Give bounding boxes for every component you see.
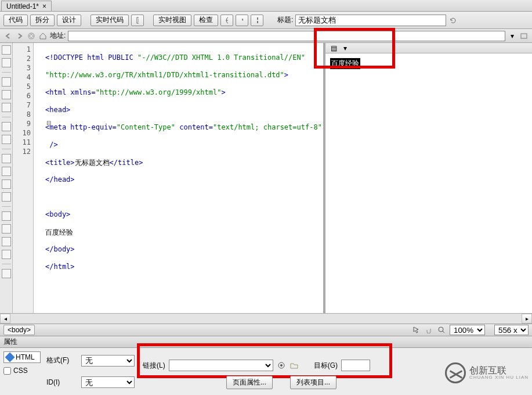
- target-input[interactable]: [341, 360, 370, 371]
- gutter-tool-4[interactable]: [2, 90, 11, 99]
- forward-icon[interactable]: [15, 31, 24, 41]
- tab-strip: Untitled-1* ×: [0, 0, 532, 12]
- id-select[interactable]: 无: [81, 376, 135, 388]
- code-button[interactable]: 代码: [3, 15, 28, 26]
- zoom-select[interactable]: 100%: [450, 325, 485, 335]
- title-label: 标题:: [277, 15, 293, 25]
- format-select[interactable]: 无: [81, 355, 135, 367]
- live-code-options-icon[interactable]: [131, 15, 144, 26]
- svg-rect-7: [521, 34, 527, 38]
- back-icon[interactable]: [3, 31, 13, 41]
- preview-selected-text[interactable]: 百度经验: [330, 58, 360, 69]
- gutter-tool-11[interactable]: [2, 192, 11, 202]
- gutter-tool-3[interactable]: [2, 77, 11, 87]
- gutter-tool-7[interactable]: [2, 135, 11, 144]
- main-area: 123 456 789 101112 ⊟ <!DOCTYPE html PUBL…: [0, 43, 532, 313]
- stop-icon[interactable]: [27, 31, 36, 41]
- svg-point-10: [280, 364, 283, 367]
- gutter-tool-15[interactable]: [2, 250, 11, 259]
- reload-title-icon[interactable]: [448, 16, 458, 25]
- page-properties-button[interactable]: 页面属性...: [226, 376, 273, 389]
- browse-folder-icon[interactable]: [289, 361, 299, 370]
- gutter-tool-2[interactable]: [2, 58, 11, 67]
- svg-rect-4: [257, 21, 258, 23]
- gutter-tool-9[interactable]: [2, 167, 11, 176]
- preview-menu-icon[interactable]: ▤: [329, 44, 338, 53]
- title-input[interactable]: [295, 15, 446, 26]
- gutter-tool-10[interactable]: [2, 179, 11, 189]
- link-target-icon[interactable]: [277, 361, 286, 370]
- html-diamond-icon: [5, 353, 15, 362]
- inspect-button[interactable]: 检查: [194, 15, 218, 26]
- status-bar: <body> 100% 556 x: [0, 324, 532, 336]
- pointer-icon[interactable]: [411, 325, 421, 335]
- properties-header-label: 属性: [3, 337, 17, 347]
- live-code-button[interactable]: 实时代码: [91, 15, 129, 26]
- refresh-icon[interactable]: [236, 15, 248, 26]
- scroll-left-icon[interactable]: ◂: [0, 314, 10, 324]
- globe-icon[interactable]: [220, 15, 233, 26]
- link-select[interactable]: [169, 360, 273, 371]
- live-view-button[interactable]: 实时视图: [153, 15, 191, 26]
- grid-icon[interactable]: [251, 15, 263, 26]
- gutter-tool-13[interactable]: [2, 224, 11, 234]
- gutter-tool-8[interactable]: [2, 154, 11, 163]
- address-input[interactable]: [68, 31, 505, 41]
- hand-icon[interactable]: [424, 325, 433, 335]
- address-label: 地址:: [50, 31, 66, 41]
- left-gutter: [0, 43, 13, 313]
- home-icon[interactable]: [38, 31, 48, 41]
- watermark-logo-icon: [445, 362, 466, 383]
- target-label: 目标(G): [314, 361, 338, 371]
- tag-selector-body[interactable]: <body>: [3, 325, 35, 335]
- split-button[interactable]: 拆分: [30, 15, 55, 26]
- css-mode-checkbox[interactable]: CSS: [3, 367, 41, 375]
- gutter-tool-14[interactable]: [2, 237, 11, 246]
- document-tab[interactable]: Untitled-1* ×: [1, 1, 52, 11]
- properties-header[interactable]: 属性: [0, 336, 532, 348]
- preview-toolbar: ▤ ▾: [325, 43, 532, 53]
- gutter-tool-1[interactable]: [2, 45, 11, 55]
- close-icon[interactable]: ×: [42, 2, 46, 10]
- gutter-tool-12[interactable]: [2, 211, 11, 221]
- code-editor[interactable]: 123 456 789 101112 ⊟ <!DOCTYPE html PUBL…: [13, 43, 323, 313]
- svg-point-8: [439, 327, 443, 332]
- preview-body[interactable]: 百度经验: [325, 53, 532, 74]
- watermark: 创新互联 CHUANG XIN HU LIAN: [445, 362, 529, 383]
- address-bar: 地址: ▾: [0, 29, 532, 43]
- format-label: 格式(F): [46, 356, 79, 365]
- gutter-tool-5[interactable]: [2, 103, 11, 112]
- id-label: ID(I): [46, 378, 79, 386]
- code-text[interactable]: <!DOCTYPE html PUBLIC "-//W3C//DTD XHTML…: [34, 43, 323, 313]
- scroll-right-icon[interactable]: ▸: [522, 314, 532, 324]
- gutter-tool-16[interactable]: [2, 269, 11, 278]
- design-button[interactable]: 设计: [57, 15, 81, 26]
- preview-pane: ▤ ▾ 百度经验: [323, 43, 532, 313]
- line-number-gutter: 123 456 789 101112: [13, 43, 34, 313]
- svg-rect-2: [257, 17, 258, 20]
- gutter-tool-6[interactable]: [2, 122, 11, 131]
- link-label: 链接(L): [143, 361, 165, 371]
- zoom-icon[interactable]: [437, 325, 446, 335]
- address-nav-icon[interactable]: [519, 31, 529, 41]
- main-toolbar: 代码 拆分 设计 实时代码 实时视图 检查 标题:: [0, 12, 532, 29]
- fold-icon[interactable]: ⊟: [46, 120, 52, 126]
- horizontal-scrollbar[interactable]: ◂ ▸: [0, 313, 532, 324]
- list-item-button[interactable]: 列表项目...: [290, 376, 336, 389]
- dimensions-select[interactable]: 556 x: [494, 325, 529, 335]
- html-mode-button[interactable]: HTML: [3, 351, 41, 363]
- tab-label: Untitled-1*: [6, 2, 39, 10]
- address-dropdown-icon[interactable]: ▾: [508, 31, 517, 41]
- preview-dropdown-icon[interactable]: ▾: [341, 44, 350, 53]
